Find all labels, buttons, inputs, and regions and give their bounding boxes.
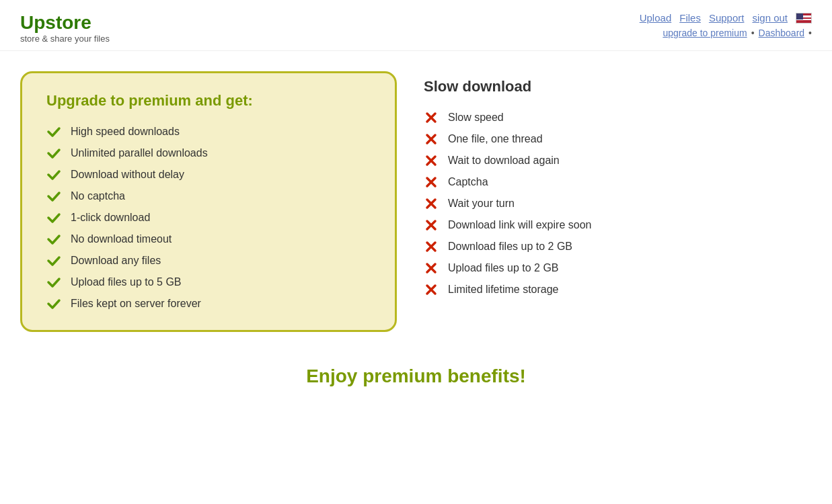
list-item: Upload files up to 2 GB [424,261,812,276]
premium-item-text: Download any files [71,255,161,267]
premium-item-text: No captcha [71,190,125,202]
premium-item-text: Unlimited parallel downloads [71,147,208,159]
comparison-section: Upgrade to premium and get: High speed d… [20,71,812,332]
list-item: 1-click download [46,210,371,225]
list-item: No captcha [46,189,371,204]
premium-item-text: 1-click download [71,212,150,224]
sub-nav: upgrade to premium • Dashboard • [663,28,812,38]
support-link[interactable]: Support [709,12,745,24]
slow-item-text: Wait your turn [448,198,515,210]
premium-box: Upgrade to premium and get: High speed d… [20,71,397,332]
nav-area: Upload Files Support sign out upgrade to… [640,12,812,38]
premium-item-text: Upload files up to 5 GB [71,276,182,288]
cross-icon [424,110,439,125]
list-item: High speed downloads [46,124,371,139]
list-item: Limited lifetime storage [424,282,812,297]
slow-item-text: Limited lifetime storage [448,284,559,296]
premium-item-text: Files kept on server forever [71,298,201,310]
list-item: Download link will expire soon [424,218,812,233]
cross-icon [424,261,439,276]
list-item: Upload files up to 5 GB [46,275,371,290]
cross-icon [424,175,439,190]
benefits-section: Enjoy premium benefits! [20,366,812,406]
check-icon [46,275,61,290]
cross-icon [424,282,439,297]
slow-item-text: Upload files up to 2 GB [448,262,559,274]
header: Upstore store & share your files Upload … [0,0,832,51]
check-icon [46,253,61,268]
separator1: • [751,28,755,38]
files-link[interactable]: Files [679,12,701,24]
cross-icon [424,132,439,146]
check-icon [46,189,61,204]
list-item: Unlimited parallel downloads [46,146,371,161]
list-item: Download without delay [46,167,371,182]
check-icon [46,210,61,225]
slow-list: Slow speed One file, one thread Wait to … [424,110,812,297]
separator2: • [808,28,812,38]
logo-title[interactable]: Upstore [20,12,110,34]
cross-icon [424,239,439,254]
benefits-title: Enjoy premium benefits! [20,366,812,387]
upgrade-to-premium-link[interactable]: upgrade to premium [663,28,747,38]
slow-item-text: Download files up to 2 GB [448,241,572,253]
flag-icon[interactable] [796,13,812,24]
slow-box: Slow download Slow speed One file, one t… [424,71,812,332]
cross-icon [424,153,439,168]
premium-item-text: No download timeout [71,233,172,245]
check-icon [46,167,61,182]
slow-item-text: Slow speed [448,112,504,124]
logo-area: Upstore store & share your files [20,12,110,44]
list-item: Captcha [424,175,812,190]
slow-item-text: Download link will expire soon [448,219,591,231]
check-icon [46,124,61,139]
cross-icon [424,196,439,211]
premium-list: High speed downloads Unlimited parallel … [46,124,371,311]
slow-item-text: Wait to download again [448,155,560,167]
check-icon [46,232,61,247]
signout-link[interactable]: sign out [752,12,788,24]
list-item: Download any files [46,253,371,268]
upload-link[interactable]: Upload [640,12,672,24]
slow-title: Slow download [424,78,812,95]
dashboard-link[interactable]: Dashboard [759,28,805,38]
slow-item-text: Captcha [448,176,488,188]
main-content: Upgrade to premium and get: High speed d… [0,51,832,426]
list-item: No download timeout [46,232,371,247]
list-item: Slow speed [424,110,812,125]
check-icon [46,146,61,161]
top-nav: Upload Files Support sign out [640,12,812,24]
list-item: One file, one thread [424,132,812,146]
premium-title: Upgrade to premium and get: [46,92,371,110]
logo-subtitle: store & share your files [20,34,110,44]
cross-icon [424,218,439,233]
check-icon [46,296,61,311]
slow-item-text: One file, one thread [448,133,543,145]
premium-item-text: Download without delay [71,169,184,181]
list-item: Wait to download again [424,153,812,168]
list-item: Download files up to 2 GB [424,239,812,254]
list-item: Wait your turn [424,196,812,211]
list-item: Files kept on server forever [46,296,371,311]
premium-item-text: High speed downloads [71,126,180,138]
